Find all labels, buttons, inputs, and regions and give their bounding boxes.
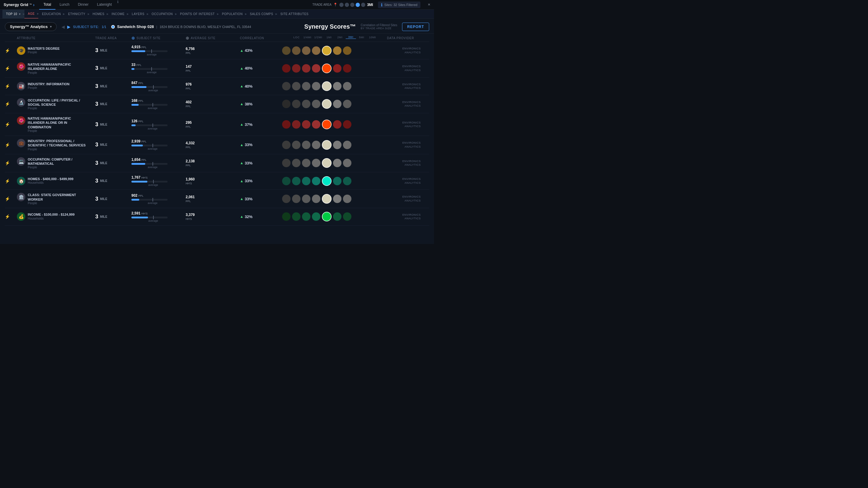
correlation-cell: ▲43% bbox=[240, 48, 282, 53]
synergy-circle bbox=[302, 213, 310, 221]
nav-item-poi[interactable]: POINTS OF INTEREST bbox=[176, 10, 218, 19]
synergy-circle bbox=[282, 82, 290, 90]
synergy-circle bbox=[282, 195, 290, 203]
sites-icon: ℹ bbox=[381, 2, 382, 7]
synergy-circle bbox=[292, 46, 301, 55]
synergy-circles bbox=[282, 194, 378, 204]
dot-3[interactable] bbox=[350, 3, 354, 7]
correlation-cell: ▲33% bbox=[240, 161, 282, 165]
main-area: Synergy™ Analytics ▾ ◀ ▶ SUBJECT SITE: 1… bbox=[0, 19, 434, 244]
trade-area-num: 3 bbox=[95, 178, 98, 184]
dot-4[interactable] bbox=[355, 3, 360, 7]
synergy-circle bbox=[322, 140, 332, 150]
attribute-sub: People bbox=[28, 51, 60, 54]
dot-5[interactable] bbox=[361, 3, 365, 7]
nav-item-education[interactable]: EDUCATION bbox=[38, 10, 64, 19]
trade-area-num: 3 bbox=[95, 121, 98, 128]
synergy-circle bbox=[312, 64, 320, 73]
attribute-sub: Households bbox=[28, 217, 74, 220]
dropdown-chevron-icon: ▾ bbox=[50, 25, 52, 28]
next-site-button[interactable]: ▶ bbox=[67, 24, 70, 29]
attribute-name: INDUSTRY: INFORMATION bbox=[28, 82, 70, 86]
tab-total[interactable]: Total bbox=[39, 0, 55, 10]
average-label: average bbox=[148, 184, 186, 187]
tab-lunch[interactable]: Lunch bbox=[56, 0, 74, 10]
average-value: 2,061 bbox=[186, 195, 240, 199]
synergy-circle bbox=[302, 46, 310, 55]
tab-latenight[interactable]: Latenight bbox=[93, 0, 116, 10]
nav-item-population[interactable]: POPULATION bbox=[218, 10, 246, 19]
correlation-cell: ▲38% bbox=[240, 102, 282, 106]
analytics-dropdown[interactable]: Synergy™ Analytics ▾ bbox=[5, 22, 57, 31]
synergy-circle bbox=[282, 159, 290, 167]
average-unit: HH'S bbox=[186, 218, 240, 221]
correlation-value: 43% bbox=[245, 48, 253, 53]
attribute-name: OCCUPATION: LIFE / PHYSICAL / SOCIAL SCI… bbox=[28, 98, 80, 107]
table-header: ATTRIBUTE TRADE AREA ⊕ SUBJECT SITE ⊕ AV… bbox=[5, 34, 429, 42]
correlation-cell: ▲40% bbox=[240, 66, 282, 70]
synergy-circle bbox=[282, 46, 290, 55]
average-value: 295 bbox=[186, 121, 240, 125]
nav-item-ethnicity[interactable]: ETHNICITY bbox=[64, 10, 89, 19]
attribute-cell: 🌺NATIVE HAWAIIAN/PACIFIC ISLANDER ALONE … bbox=[17, 116, 95, 133]
correlation-value: 40% bbox=[245, 84, 253, 89]
synergy-circles bbox=[282, 64, 378, 73]
synergy-circle bbox=[322, 99, 332, 109]
nav-item-occupation[interactable]: OCCUPATION bbox=[148, 10, 176, 19]
progress-bar bbox=[131, 199, 167, 201]
trade-area-num: 3 bbox=[95, 196, 98, 202]
trade-area-selector[interactable] bbox=[339, 3, 365, 7]
synergy-circle bbox=[343, 159, 351, 167]
synergy-circle bbox=[302, 64, 310, 73]
trade-area-cell: 3MILE bbox=[95, 141, 131, 148]
mile-label: MILE bbox=[100, 85, 107, 88]
dot-2[interactable] bbox=[345, 3, 349, 7]
average-label: average bbox=[147, 71, 186, 74]
nav-item-top10[interactable]: TOP 10 ▾ bbox=[2, 10, 24, 19]
tab-dinner[interactable]: Dinner bbox=[73, 0, 93, 10]
attribute-icon: 🎓 bbox=[17, 46, 25, 55]
correlation-cell: ▲33% bbox=[240, 197, 282, 201]
average-site-cell: 147 PPL bbox=[186, 64, 240, 72]
nav-item-age[interactable]: AGE bbox=[24, 10, 38, 19]
report-button[interactable]: REPORT bbox=[402, 23, 429, 31]
synergy-circle bbox=[302, 159, 310, 167]
table-row: ⚡🏛️CLASS: STATE GOVERNMENT WORKERPeople3… bbox=[5, 190, 429, 208]
average-value: 2,138 bbox=[186, 159, 240, 163]
nav-item-income[interactable]: INCOME bbox=[108, 10, 128, 19]
nav-item-homes[interactable]: HOMES bbox=[89, 10, 108, 19]
synergy-circles bbox=[282, 99, 378, 109]
prev-site-button[interactable]: ◀ bbox=[61, 24, 65, 29]
average-site-icon: ⊕ bbox=[186, 36, 190, 40]
synergy-circle bbox=[292, 141, 301, 149]
subject-unit: PPL bbox=[138, 82, 144, 85]
average-line bbox=[153, 103, 153, 107]
synergy-circle bbox=[343, 141, 351, 149]
average-unit: PPL bbox=[186, 87, 240, 90]
synergy-circle bbox=[302, 177, 310, 185]
average-site-cell: 295 PPL bbox=[186, 121, 240, 128]
nav-item-sales[interactable]: SALES COMPS bbox=[246, 10, 277, 19]
synergy-circle bbox=[302, 100, 310, 108]
average-line bbox=[153, 144, 153, 147]
trade-area-num: 3 bbox=[95, 214, 98, 220]
average-unit: PPL bbox=[186, 164, 240, 167]
nav-item-site-attr[interactable]: SITE ATTRIBUTES bbox=[277, 10, 312, 19]
correlation-value: 33% bbox=[245, 178, 253, 183]
nav-item-layers[interactable]: LAYERS bbox=[128, 10, 148, 19]
synergy-circle bbox=[292, 195, 301, 203]
correlation-value: 38% bbox=[245, 102, 253, 106]
lightning-icon: ⚡ bbox=[5, 214, 10, 219]
average-line bbox=[153, 85, 154, 89]
table-row: ⚡🌺NATIVE HAWAIIAN/PACIFIC ISLANDER ALONE… bbox=[5, 113, 429, 136]
table-row: ⚡💼INDUSTRY: PROFESSIONAL / SCIENTIFIC / … bbox=[5, 136, 429, 154]
attribute-sub: People bbox=[28, 86, 70, 90]
table-container[interactable]: ATTRIBUTE TRADE AREA ⊕ SUBJECT SITE ⊕ AV… bbox=[0, 34, 434, 244]
average-value: 402 bbox=[186, 100, 240, 104]
synergy-circle bbox=[312, 159, 320, 167]
top-bar: Synergy Grid™ › Total Lunch Dinner Laten… bbox=[0, 0, 434, 10]
synergy-circle bbox=[333, 177, 341, 185]
dot-1[interactable] bbox=[339, 3, 344, 7]
close-button[interactable]: ✕ bbox=[428, 3, 430, 7]
synergy-circle bbox=[333, 64, 341, 73]
